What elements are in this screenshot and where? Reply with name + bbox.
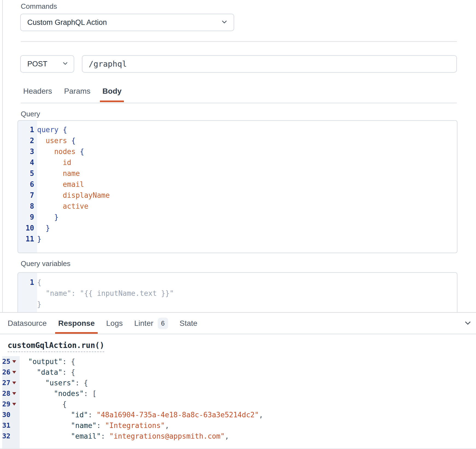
code-text: "data": { [20,368,75,376]
response-json-viewer[interactable]: 25 "output": {26 "data": {27 "users": {2… [0,356,476,449]
tab-headers[interactable]: Headers [23,84,52,103]
chevron-down-icon [62,60,69,68]
line-number: 2 [30,137,34,145]
line-number: 32 [0,432,10,440]
linter-count-badge: 6 [158,318,168,329]
code-text: "id": "48a16904-735a-4e18-8a8c-63a3e5214… [20,411,263,419]
line-gutter: 10 [18,224,37,232]
line-gutter: 5 [18,169,37,178]
code-text: users { [37,137,76,145]
section-divider [21,41,457,42]
line-number: 6 [30,180,34,188]
code-text: } [37,235,41,243]
tab-params[interactable]: Params [64,84,90,103]
tab-body[interactable]: Body [102,84,121,103]
code-line: } [18,299,457,310]
code-text: "nodes": [ [20,389,97,398]
line-gutter: 1 [18,278,37,286]
code-text: nodes { [37,147,84,156]
code-text: email [37,180,84,188]
code-text: } [37,213,58,221]
code-text: "email": "integrations@appsmith.com", [20,432,229,440]
fold-triangle-down-icon[interactable] [12,380,18,385]
line-gutter: 6 [18,180,37,188]
url-input[interactable]: /graphql [82,55,457,73]
tab-logs[interactable]: Logs [106,313,123,334]
collapse-panel-chevron-down-icon[interactable] [463,319,472,328]
code-text: "name": "Integrations", [20,421,169,430]
line-gutter: 30 [0,411,20,419]
fold-triangle-down-icon[interactable] [12,359,18,364]
line-gutter: 4 [18,158,37,167]
line-number: 7 [30,191,34,199]
line-number: 30 [0,411,10,419]
line-gutter: 26 [0,368,20,376]
tab-linter[interactable]: Linter 6 [134,313,168,334]
code-text: name [37,169,80,178]
query-variables-editor[interactable]: 1{ "name": "{{ inputName.text }}"} [17,272,457,312]
code-line: 32 "email": "integrations@appsmith.com", [0,431,476,441]
line-number: 31 [0,421,10,429]
line-number: 28 [0,389,10,397]
code-line: 25 "output": { [0,356,476,367]
code-line: 4 id [18,157,457,168]
tab-bar-divider [21,103,457,103]
api-editor-page: Commands Custom GraphQL Action POST /gra… [0,0,476,449]
code-line: 8 active [18,201,457,212]
code-line: 1{ [18,277,457,288]
line-gutter: 2 [18,137,37,145]
line-gutter: 27 [0,379,20,387]
code-text: query { [37,126,67,134]
line-number: 3 [30,147,34,156]
code-text: } [37,224,50,232]
code-line: 11} [18,234,457,244]
commands-select[interactable]: Custom GraphQL Action [20,14,234,31]
code-line: 30 "id": "48a16904-735a-4e18-8a8c-63a3e5… [0,409,476,420]
code-line: "name": "{{ inputName.text }}" [18,288,457,299]
code-text: active [37,202,88,210]
code-line: 28 "nodes": [ [0,388,476,399]
code-line: 26 "data": { [0,367,476,377]
fold-triangle-down-icon[interactable] [12,391,18,396]
code-text: id [37,158,71,167]
line-gutter: 31 [0,421,20,429]
commands-label: Commands [21,2,57,11]
code-line: 27 "users": { [0,377,476,388]
code-line: 29 { [0,399,476,409]
chevron-down-icon [221,18,228,27]
tab-datasource[interactable]: Datasource [8,313,47,334]
line-number: 11 [26,235,34,243]
http-method-value: POST [21,60,47,68]
bottom-panel-tab-bar: Datasource Response Logs Linter 6 State [0,313,476,334]
line-number: 10 [26,224,34,232]
fold-triangle-down-icon[interactable] [12,370,18,375]
code-line: 3 nodes { [18,146,457,157]
left-pane-divider [2,0,3,312]
tab-response[interactable]: Response [58,313,95,334]
response-action-signature[interactable]: customGqlAction.run() [8,341,104,352]
code-text: } [37,300,41,308]
line-number: 9 [30,213,34,221]
code-line: 9 } [18,212,457,223]
tab-bar-bottom-divider [0,334,476,334]
code-line: 10 } [18,223,457,234]
line-number: 29 [0,400,10,408]
line-gutter: 9 [18,213,37,221]
query-label: Query [21,110,40,118]
line-gutter: 25 [0,358,20,365]
line-gutter: 3 [18,147,37,156]
http-method-select[interactable]: POST [20,55,74,73]
code-text: { [37,278,41,286]
line-number: 4 [30,158,34,167]
line-number: 5 [30,169,34,178]
code-text: "name": "{{ inputName.text }}" [37,289,174,297]
request-tab-bar: Headers Params Body [23,84,121,103]
code-line: 1query { [18,124,457,135]
tab-state[interactable]: State [180,313,197,334]
query-variables-label: Query variables [21,259,70,268]
code-text: "users": { [20,379,88,387]
query-code-editor[interactable]: 1query {2 users {3 nodes {4 id5 name6 em… [17,120,457,253]
fold-triangle-down-icon[interactable] [12,402,18,407]
line-gutter: 1 [18,126,37,134]
commands-selected-value: Custom GraphQL Action [21,18,107,27]
